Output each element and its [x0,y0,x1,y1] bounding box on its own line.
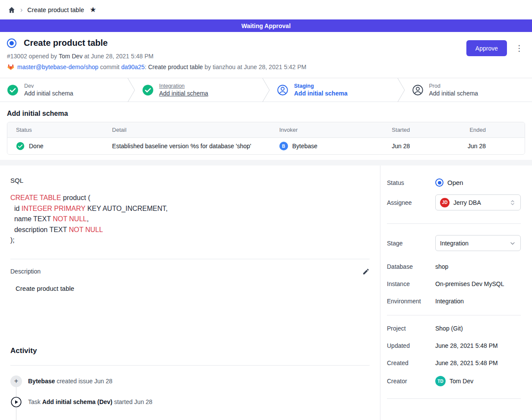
invoker-avatar: B [279,142,288,150]
activity-item: Task Add initial schema (Dev) started Ju… [10,396,370,408]
activity-timeline: + Bytebase created issue Jun 28 Task Add… [10,375,370,420]
branch-link[interactable]: master@bytebase-demo/shop [17,64,98,70]
section-divider-band [0,160,532,165]
play-circle-icon [10,396,22,408]
check-circle-icon [7,84,19,96]
issue-title: Create product table [24,38,108,48]
commit-link[interactable]: da90a25 [121,64,145,70]
col-header-started: Started [354,122,419,138]
description-section: Description [10,268,370,275]
stage-task-link[interactable]: Add initial schema [429,90,478,97]
instance-value: On-premises Dev MySQL [435,280,504,287]
field-assignee: Assignee JD Jerry DBA [387,194,521,210]
issue-id: #13002 [7,53,27,60]
field-created: Created June 28, 2021 5:48 PM [387,360,521,366]
issue-author: Tom Dev [59,53,82,60]
approve-button[interactable]: Approve [466,40,507,56]
stage-select[interactable]: Integration [435,235,521,251]
user-circle-icon [412,84,424,96]
task-invoker: Bytebase [292,143,317,150]
stage-integration[interactable]: Integration Add initial schema [135,78,263,102]
done-check-icon [16,142,25,150]
issue-opened-at: June 28, 2021 5:48 PM [91,53,154,60]
table-row: Done Established baseline version %s for… [7,138,525,155]
issue-header: Create product table Approve ⋮ #13002 op… [0,32,532,78]
issue-sidebar: Status Open Assignee JD Jerry DBA Stage … [380,165,532,420]
updated-value: June 28, 2021 5:48 PM [435,342,498,349]
divider [10,259,370,259]
stage-task-link[interactable]: Add initial schema [294,90,348,97]
chevrons-up-down-icon [509,199,516,206]
stage-value: Integration [440,240,469,247]
approval-status-banner: Waiting Approval [0,19,532,32]
home-icon[interactable] [8,6,16,14]
gitlab-icon [7,63,15,71]
status-open-icon [435,178,443,187]
plus-icon: + [10,375,22,387]
col-header-detail: Detail [104,122,271,138]
task-detail: Established baseline version %s for data… [104,138,271,155]
task-table: Status Detail Invoker Started Ended Done… [7,122,525,155]
task-started: Jun 28 [354,138,419,155]
stage-prod[interactable]: Prod Add initial schema [405,78,532,102]
field-creator: Creator TD Tom Dev [387,376,521,386]
commit-message: Create product table [148,64,203,70]
pipeline-stage-bar: Dev Add initial schema Integration Add i… [0,78,532,102]
assignee-value: Jerry DBA [453,199,481,206]
divider [387,398,521,399]
stage-separator [262,78,270,102]
task-ended: Jun 28 [418,138,525,155]
edit-pencil-icon[interactable] [362,268,370,275]
sql-code-block: CREATE TABLE product ( id INTEGER PRIMAR… [10,193,370,246]
creator-value: Tom Dev [450,378,473,385]
col-header-ended: Ended [418,122,525,138]
stage-name: Staging [294,83,348,89]
description-content: Create product table [16,285,370,292]
task-section-title: Add initial schema [7,110,525,118]
stage-separator [127,78,135,102]
description-label: Description [10,268,41,275]
creator-avatar: TD [435,376,446,386]
field-updated: Updated June 28, 2021 5:48 PM [387,342,521,349]
kebab-menu-icon[interactable]: ⋮ [513,43,525,53]
field-stage: Stage Integration [387,235,521,251]
field-database: Database shop [387,263,521,270]
issue-meta: #13002 opened by Tom Dev at June 28, 202… [7,53,525,60]
favorite-star-icon[interactable]: ★ [90,6,96,13]
divider [387,315,521,315]
stage-dev[interactable]: Dev Add initial schema [0,78,127,102]
database-value: shop [435,263,448,270]
field-status: Status Open [387,178,521,187]
stage-name: Prod [429,83,478,89]
activity-item: + Bytebase created issue Jun 28 [10,375,370,387]
stage-task-link[interactable]: Add initial schema [24,90,73,97]
stage-task-link[interactable]: Add initial schema [159,90,209,97]
breadcrumb-bar: › Create product table ★ [0,0,532,19]
banner-text: Waiting Approval [241,22,291,29]
sql-label: SQL [10,177,370,184]
vcs-commit-line: master@bytebase-demo/shop commit da90a25… [7,63,525,71]
environment-value: Integration [435,298,464,305]
stage-separator [397,78,405,102]
stage-name: Dev [24,83,73,89]
breadcrumb-chevron-icon: › [20,6,22,13]
user-circle-icon [277,84,288,96]
project-value: Shop (Git) [435,325,463,332]
assignee-select[interactable]: JD Jerry DBA [435,194,521,210]
breadcrumb-title: Create product table [27,6,84,13]
assignee-avatar: JD [440,198,450,207]
issue-open-icon [7,38,16,48]
stage-staging[interactable]: Staging Add initial schema [270,78,397,102]
col-header-invoker: Invoker [271,122,354,138]
commit-meta: by tianzhou at June 28, 2021 5:42 PM [205,64,307,70]
chevron-down-icon [509,240,516,247]
activity-title: Activity [10,347,370,355]
divider [387,223,521,224]
created-value: June 28, 2021 5:48 PM [435,360,498,366]
check-circle-icon [142,84,154,96]
status-value: Open [447,179,463,186]
col-header-status: Status [7,122,104,138]
stage-name: Integration [159,83,209,89]
field-project: Project Shop (Git) [387,325,521,332]
field-instance: Instance On-premises Dev MySQL [387,280,521,287]
